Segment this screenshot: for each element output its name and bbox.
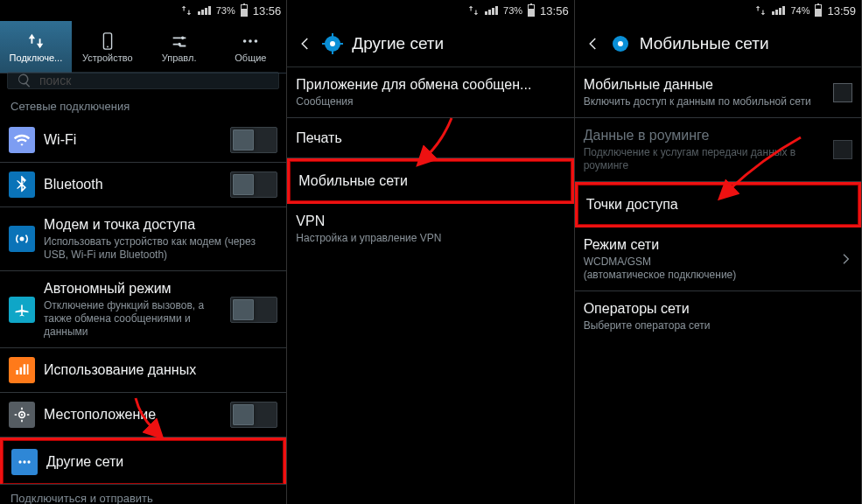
tethering-item[interactable]: Модем и точка доступа Использовать устро… xyxy=(0,207,286,271)
mobile-data-item[interactable]: Мобильные данные Включить доступ к данны… xyxy=(575,67,861,118)
section-network: Сетевые подключения xyxy=(0,93,286,118)
network-mode-title: Режим сети xyxy=(584,236,838,254)
network-operators-item[interactable]: Операторы сети Выберите оператора сети xyxy=(575,291,861,341)
tethering-title: Модем и точка доступа xyxy=(44,216,277,234)
search-input[interactable] xyxy=(39,74,270,88)
settings-connections-screen: 73% 13:56 Подключе... Устройство Управл.… xyxy=(0,0,287,504)
bluetooth-label: Bluetooth xyxy=(44,176,230,193)
svg-point-7 xyxy=(20,237,25,242)
more-networks-item[interactable]: Другие сети xyxy=(0,438,286,484)
search-icon xyxy=(17,73,32,88)
network-operators-title: Операторы сети xyxy=(584,300,852,318)
clock: 13:59 xyxy=(827,4,856,18)
battery-pct: 74% xyxy=(790,5,809,16)
default-messaging-sub: Сообщения xyxy=(296,95,564,108)
airplane-item[interactable]: Автономный режим Отключение функций вызо… xyxy=(0,271,286,348)
svg-point-5 xyxy=(249,39,253,43)
svg-rect-16 xyxy=(332,51,333,54)
network-mode-sub: WCDMA/GSM (автоматическое подключение) xyxy=(584,256,838,282)
tab-general[interactable]: Общие xyxy=(214,21,286,73)
vpn-item[interactable]: VPN Настройка и управление VPN xyxy=(287,204,573,254)
vpn-title: VPN xyxy=(296,213,564,230)
svg-point-4 xyxy=(243,39,247,43)
tab-label: Управл. xyxy=(162,52,197,63)
gear-icon xyxy=(322,33,343,54)
svg-point-20 xyxy=(618,41,623,46)
settings-tabs: Подключе... Устройство Управл. Общие xyxy=(0,21,286,74)
section-share: Подключиться и отправить xyxy=(0,484,286,504)
more-networks-icon xyxy=(11,449,38,475)
swap-icon xyxy=(180,4,193,17)
svg-point-14 xyxy=(330,41,335,46)
bluetooth-icon xyxy=(9,172,35,198)
signal-icon xyxy=(485,6,498,15)
roaming-title: Данные в роуминге xyxy=(584,127,833,144)
apn-item[interactable]: Точки доступа xyxy=(575,182,861,228)
tab-connections[interactable]: Подключе... xyxy=(0,21,72,73)
airplane-toggle[interactable] xyxy=(230,297,277,323)
roaming-checkbox[interactable] xyxy=(833,140,852,159)
clock: 13:56 xyxy=(253,4,282,18)
back-icon[interactable] xyxy=(585,36,601,52)
status-bar: 73% 13:56 xyxy=(0,0,286,21)
search-row[interactable] xyxy=(7,72,279,89)
mobile-networks-screen: 74% 13:59 Мобильные сети Мобильные данны… xyxy=(575,0,862,504)
network-operators-sub: Выберите оператора сети xyxy=(584,319,852,332)
svg-point-2 xyxy=(180,36,184,39)
svg-rect-17 xyxy=(322,43,326,45)
wifi-item[interactable]: Wi-Fi xyxy=(0,118,286,163)
header-title: Другие сети xyxy=(352,34,444,53)
printing-item[interactable]: Печать xyxy=(287,118,573,158)
data-usage-item[interactable]: Использование данных xyxy=(0,348,286,393)
data-usage-icon xyxy=(9,357,35,383)
mobile-data-checkbox[interactable] xyxy=(833,83,852,102)
app-header: Мобильные сети xyxy=(575,21,861,67)
location-item[interactable]: Местоположение xyxy=(0,393,286,438)
tab-device[interactable]: Устройство xyxy=(72,21,144,73)
location-toggle[interactable] xyxy=(230,402,277,428)
gear-icon xyxy=(610,33,631,54)
mobile-data-sub: Включить доступ к данным по мобильной се… xyxy=(584,95,833,108)
battery-icon xyxy=(528,4,535,17)
status-bar: 74% 13:59 xyxy=(575,0,861,21)
tab-label: Подключе... xyxy=(10,52,63,63)
svg-point-6 xyxy=(255,39,258,43)
svg-point-11 xyxy=(23,460,25,463)
tab-label: Общие xyxy=(235,52,266,63)
svg-point-1 xyxy=(107,46,109,47)
more-networks-label: Другие сети xyxy=(46,453,275,471)
airplane-icon xyxy=(9,297,35,323)
header-title: Мобильные сети xyxy=(640,34,769,53)
tab-label: Устройство xyxy=(82,52,133,63)
battery-pct: 73% xyxy=(503,5,522,16)
wifi-toggle[interactable] xyxy=(230,127,277,153)
roaming-item[interactable]: Данные в роуминге Подключение к услугам … xyxy=(575,118,861,182)
svg-point-12 xyxy=(27,460,30,463)
clock: 13:56 xyxy=(540,4,569,18)
svg-point-3 xyxy=(178,42,181,46)
wifi-icon xyxy=(9,127,35,153)
bluetooth-toggle[interactable] xyxy=(230,172,277,198)
signal-icon xyxy=(772,6,785,15)
swap-icon xyxy=(754,4,767,17)
airplane-title: Автономный режим xyxy=(44,280,230,298)
tab-controls[interactable]: Управл. xyxy=(144,21,215,73)
bluetooth-item[interactable]: Bluetooth xyxy=(0,163,286,207)
tethering-icon xyxy=(9,226,35,252)
swap-icon xyxy=(467,4,480,17)
battery-pct: 73% xyxy=(216,5,235,16)
mobile-networks-label: Мобильные сети xyxy=(298,172,562,190)
location-icon xyxy=(9,402,35,428)
roaming-sub: Подключение к услугам передачи данных в … xyxy=(584,146,833,172)
airplane-sub: Отключение функций вызовов, а также обме… xyxy=(44,299,230,339)
tethering-sub: Использовать устройство как модем (через… xyxy=(44,235,277,262)
default-messaging-title: Приложение для обмена сообщен... xyxy=(296,76,564,94)
data-usage-label: Использование данных xyxy=(44,361,277,379)
back-icon[interactable] xyxy=(298,36,313,52)
svg-point-10 xyxy=(18,460,21,463)
mobile-networks-item[interactable]: Мобильные сети xyxy=(287,158,573,204)
network-mode-item[interactable]: Режим сети WCDMA/GSM (автоматическое под… xyxy=(575,228,861,291)
apn-label: Точки доступа xyxy=(586,196,850,214)
app-header: Другие сети xyxy=(287,21,573,67)
default-messaging-item[interactable]: Приложение для обмена сообщен... Сообщен… xyxy=(287,67,573,118)
